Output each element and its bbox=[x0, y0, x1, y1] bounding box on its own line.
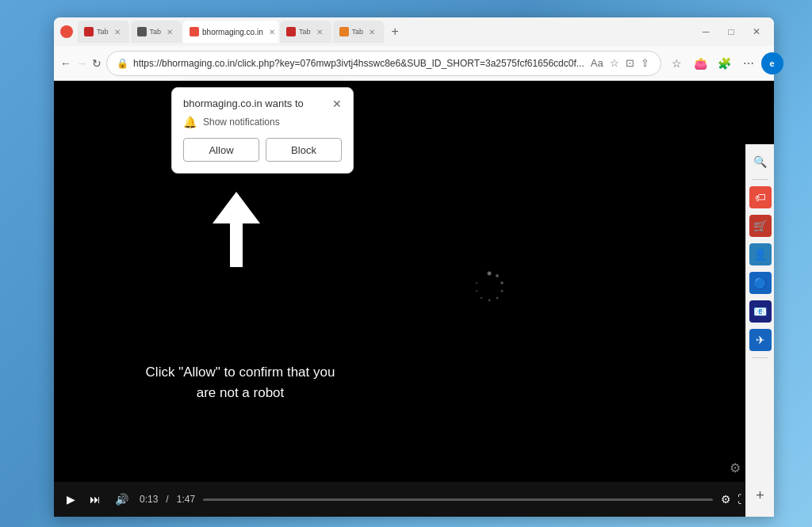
allow-button[interactable]: Allow bbox=[183, 138, 259, 162]
popup-header: bhormaging.co.in wants to ✕ bbox=[183, 97, 342, 109]
svg-point-0 bbox=[487, 271, 491, 275]
popup-title: bhormaging.co.in wants to bbox=[183, 97, 304, 109]
tab-favicon-2 bbox=[137, 27, 147, 36]
address-bar[interactable]: 🔒 https://bhormaging.co.in/click.php?key… bbox=[106, 51, 661, 76]
tab-label-2: Tab bbox=[150, 28, 162, 36]
favorites-icon[interactable]: ☆ bbox=[608, 55, 621, 71]
svg-point-4 bbox=[496, 296, 498, 299]
time-separator: / bbox=[166, 494, 168, 505]
caption-container: Click "Allow" to confirm that you are no… bbox=[133, 362, 347, 403]
svg-point-6 bbox=[480, 296, 482, 299]
svg-point-5 bbox=[488, 299, 490, 301]
svg-point-7 bbox=[475, 289, 477, 291]
tab-4[interactable]: Tab ✕ bbox=[280, 21, 331, 43]
more-menu-button[interactable]: ⋯ bbox=[737, 52, 760, 74]
extensions-icon[interactable]: 🧩 bbox=[714, 52, 736, 74]
sidebar-shop-icon[interactable]: 🛒 bbox=[749, 215, 772, 237]
collections-icon[interactable]: ⊡ bbox=[624, 55, 636, 71]
maximize-button[interactable]: □ bbox=[720, 25, 742, 39]
caption-text: Click "Allow" to confirm that you are no… bbox=[133, 362, 347, 403]
title-bar: Tab ✕ Tab ✕ bhormaging.co.in ✕ Tab ✕ bbox=[54, 17, 774, 46]
tab-favicon-active bbox=[190, 27, 199, 36]
sidebar-divider-2 bbox=[753, 357, 768, 358]
time-current: 0:13 bbox=[140, 494, 158, 505]
tab-close-1[interactable]: ✕ bbox=[112, 26, 123, 37]
refresh-button[interactable]: ↻ bbox=[92, 52, 102, 74]
spinner: .spin-dots { animation: spinDots 1.2s li… bbox=[472, 269, 507, 304]
bell-icon: 🔔 bbox=[183, 116, 197, 128]
tab-5[interactable]: Tab ✕ bbox=[333, 21, 385, 43]
arrow-head-icon bbox=[213, 192, 260, 223]
minimize-button[interactable]: ─ bbox=[695, 25, 717, 39]
caption-line2: are not a robot bbox=[197, 385, 285, 400]
video-controls: ▶ ⏭ 🔊 0:13 / 1:47 ⚙ ⛶ ⬇ bbox=[54, 482, 774, 517]
sidebar-search-icon[interactable]: 🔍 bbox=[749, 151, 772, 173]
browser-window: Tab ✕ Tab ✕ bhormaging.co.in ✕ Tab ✕ bbox=[54, 17, 774, 517]
sidebar-divider-1 bbox=[753, 179, 768, 180]
share-icon[interactable]: ⇧ bbox=[639, 55, 651, 71]
read-aloud-icon[interactable]: Aa bbox=[589, 55, 605, 71]
caption-line1: Click "Allow" to confirm that you bbox=[146, 365, 335, 380]
spinner-svg: .spin-dots { animation: spinDots 1.2s li… bbox=[472, 269, 507, 304]
tabs-area: Tab ✕ Tab ✕ bhormaging.co.in ✕ Tab ✕ bbox=[78, 21, 691, 43]
svg-point-1 bbox=[496, 274, 499, 277]
url-text: https://bhormaging.co.in/click.php?key=0… bbox=[133, 58, 584, 69]
tab-label-4: Tab bbox=[299, 28, 311, 36]
sidebar-telegram-icon[interactable]: ✈ bbox=[749, 329, 772, 351]
tab-label-5: Tab bbox=[352, 28, 364, 36]
popup-close-button[interactable]: ✕ bbox=[332, 98, 342, 109]
tab-favicon-4 bbox=[286, 27, 296, 36]
popup-notification-text: Show notifications bbox=[203, 116, 280, 128]
settings-button[interactable]: ⚙ bbox=[721, 493, 731, 506]
nav-right-icons: ☆ 👛 🧩 ⋯ e bbox=[666, 52, 783, 74]
tab-close-2[interactable]: ✕ bbox=[164, 26, 175, 37]
desktop: Tab ✕ Tab ✕ bhormaging.co.in ✕ Tab ✕ bbox=[0, 0, 812, 527]
sidebar-add-button[interactable]: + bbox=[756, 487, 764, 504]
edge-icon[interactable]: e bbox=[761, 52, 783, 74]
tab-favicon-main bbox=[60, 25, 73, 38]
skip-button[interactable]: ⏭ bbox=[86, 491, 104, 507]
arrow-shaft bbox=[230, 223, 243, 267]
popup-buttons: Allow Block bbox=[183, 138, 342, 162]
tab-favicon-1 bbox=[84, 27, 94, 36]
sidebar-edge-icon[interactable]: 🔵 bbox=[749, 272, 772, 294]
lock-icon: 🔒 bbox=[117, 58, 128, 69]
notification-popup: bhormaging.co.in wants to ✕ 🔔 Show notif… bbox=[171, 87, 354, 174]
sidebar-right: 🔍 🏷 🛒 👤 🔵 📧 ✈ + bbox=[745, 144, 774, 517]
volume-button[interactable]: 🔊 bbox=[112, 491, 132, 507]
arrow-container bbox=[213, 192, 260, 267]
tab-close-active[interactable]: ✕ bbox=[266, 26, 278, 37]
nav-bar: ← → ↻ 🔒 https://bhormaging.co.in/click.p… bbox=[54, 46, 774, 81]
wallet-icon[interactable]: 👛 bbox=[690, 52, 712, 74]
sidebar-mail-icon[interactable]: 📧 bbox=[749, 300, 772, 323]
play-button[interactable]: ▶ bbox=[63, 491, 79, 507]
svg-point-2 bbox=[500, 281, 504, 285]
favorites-button[interactable]: ☆ bbox=[666, 52, 688, 74]
spinner-container: .spin-dots { animation: spinDots 1.2s li… bbox=[472, 269, 507, 304]
tab-favicon-5 bbox=[339, 27, 349, 36]
block-button[interactable]: Block bbox=[266, 138, 342, 162]
tab-label-active: bhormaging.co.in bbox=[202, 28, 263, 36]
tab-close-5[interactable]: ✕ bbox=[366, 26, 377, 37]
window-controls: ─ □ ✕ bbox=[695, 25, 768, 39]
progress-bar[interactable] bbox=[203, 498, 713, 501]
tab-label-1: Tab bbox=[97, 28, 109, 36]
new-tab-button[interactable]: + bbox=[385, 22, 404, 41]
tab-1[interactable]: Tab ✕ bbox=[78, 21, 129, 43]
svg-point-8 bbox=[475, 281, 477, 283]
tab-active[interactable]: bhormaging.co.in ✕ bbox=[183, 21, 278, 43]
sidebar-tag-icon[interactable]: 🏷 bbox=[749, 186, 772, 208]
address-icons: Aa ☆ ⊡ ⇧ bbox=[589, 55, 651, 71]
back-button[interactable]: ← bbox=[60, 52, 71, 74]
forward-button[interactable]: → bbox=[76, 52, 87, 74]
tab-close-4[interactable]: ✕ bbox=[314, 26, 325, 37]
tab-2[interactable]: Tab ✕ bbox=[131, 21, 182, 43]
content-area: Click "Allow" to confirm that you are no… bbox=[54, 81, 774, 517]
page-content: Click "Allow" to confirm that you are no… bbox=[54, 81, 774, 517]
sidebar-user-icon[interactable]: 👤 bbox=[749, 243, 772, 265]
page-settings-icon[interactable]: ⚙ bbox=[730, 460, 741, 475]
popup-notification-row: 🔔 Show notifications bbox=[183, 116, 342, 128]
svg-point-3 bbox=[500, 289, 503, 292]
time-total: 1:47 bbox=[177, 494, 195, 505]
close-button[interactable]: ✕ bbox=[745, 25, 768, 39]
